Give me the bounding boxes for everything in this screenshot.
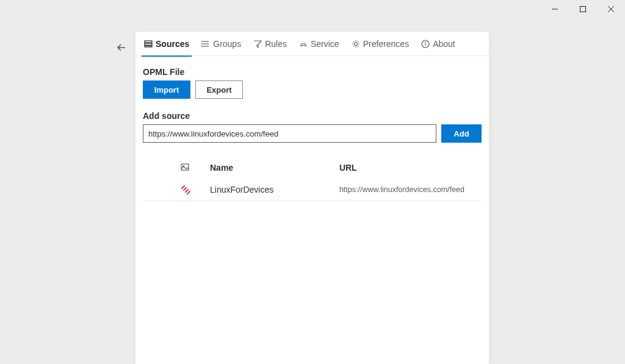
about-icon <box>421 40 430 48</box>
tab-label: Sources <box>156 39 189 49</box>
add-button[interactable]: Add <box>441 124 482 143</box>
table-header-url: URL <box>339 163 482 173</box>
add-source-row: Add <box>143 124 482 143</box>
opml-heading: OPML File <box>143 67 482 77</box>
svg-rect-6 <box>145 43 152 45</box>
settings-panel: Sources Groups Rules Service Preferences <box>135 32 489 364</box>
service-icon <box>299 40 308 48</box>
tab-preferences[interactable]: Preferences <box>345 32 415 56</box>
svg-point-14 <box>354 42 357 45</box>
minimize-button[interactable] <box>541 0 569 18</box>
svg-rect-18 <box>181 164 189 170</box>
svg-point-11 <box>201 41 202 41</box>
tab-rules[interactable]: Rules <box>247 32 293 56</box>
tab-content: OPML File Import Export Add source Add N… <box>135 56 489 201</box>
tab-label: About <box>433 39 455 49</box>
back-button[interactable] <box>112 38 131 57</box>
svg-point-13 <box>201 46 202 46</box>
source-name: LinuxForDevices <box>210 185 339 194</box>
image-column-icon <box>181 163 210 173</box>
sources-table: Name URL LinuxForDevices ht <box>143 157 482 201</box>
tab-about[interactable]: About <box>415 32 461 56</box>
svg-rect-5 <box>145 41 152 43</box>
table-header: Name URL <box>143 157 482 178</box>
groups-icon <box>201 40 210 48</box>
maximize-button[interactable] <box>569 0 597 18</box>
source-favicon <box>181 185 190 194</box>
svg-line-22 <box>186 190 188 192</box>
add-source-heading: Add source <box>143 111 482 121</box>
tab-service[interactable]: Service <box>293 32 345 56</box>
svg-point-12 <box>201 43 202 44</box>
opml-buttons: Import Export <box>143 80 482 99</box>
table-header-name: Name <box>210 163 339 173</box>
svg-line-21 <box>184 188 186 190</box>
preferences-icon <box>352 40 360 48</box>
window-controls <box>541 0 625 18</box>
tab-groups[interactable]: Groups <box>195 32 247 56</box>
tab-label: Preferences <box>363 39 409 49</box>
source-url: https://www.linuxfordevices.com/feed <box>339 185 482 194</box>
tab-label: Service <box>311 39 339 49</box>
svg-line-23 <box>187 191 190 194</box>
tab-label: Groups <box>213 39 241 49</box>
source-url-input[interactable] <box>143 124 436 143</box>
rules-icon <box>253 40 262 48</box>
import-button[interactable]: Import <box>143 80 190 99</box>
svg-rect-7 <box>145 46 152 47</box>
tab-sources[interactable]: Sources <box>138 32 195 56</box>
close-button[interactable] <box>597 0 625 18</box>
tab-label: Rules <box>265 39 287 49</box>
svg-line-20 <box>182 186 184 188</box>
svg-point-17 <box>425 41 426 42</box>
tab-bar: Sources Groups Rules Service Preferences <box>135 32 489 56</box>
svg-rect-1 <box>580 7 586 12</box>
table-row[interactable]: LinuxForDevices https://www.linuxfordevi… <box>143 178 482 201</box>
export-button[interactable]: Export <box>195 80 243 99</box>
sources-icon <box>144 40 153 48</box>
